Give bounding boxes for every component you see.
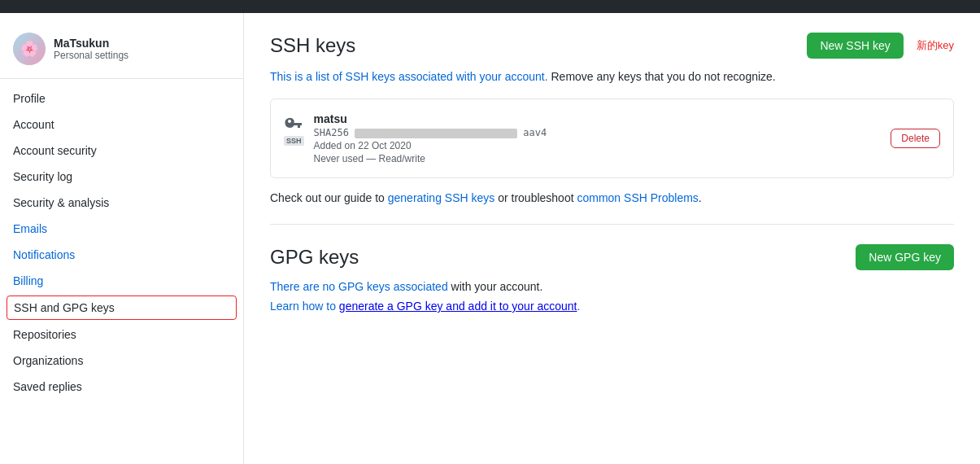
- key-sha: SHA256 aav4: [314, 127, 882, 138]
- key-details: matsu SHA256 aav4 Added on 22 Oct 2020 N…: [314, 112, 882, 164]
- sidebar-user-info: MaTsukun Personal settings: [54, 37, 128, 61]
- sidebar-item-security-log[interactable]: Security log: [0, 164, 243, 190]
- section-divider: [270, 224, 954, 225]
- ssh-badge: SSH: [284, 136, 304, 146]
- ssh-info-text: This is a list of SSH keys associated wi…: [270, 68, 954, 85]
- guide-link-troubleshoot[interactable]: common SSH Problems: [577, 191, 698, 204]
- ssh-section-header: SSH keys New SSH key 新的key: [270, 33, 954, 59]
- guide-link-generating[interactable]: generating SSH keys: [388, 191, 495, 204]
- sidebar-item-ssh-gpg-keys[interactable]: SSH and GPG keys: [7, 295, 237, 320]
- layout: 🌸 MaTsukun Personal settings Profile Acc…: [0, 13, 980, 464]
- delete-ssh-key-button[interactable]: Delete: [891, 129, 940, 148]
- ssh-guide-text: Check out our guide to generating SSH ke…: [270, 191, 954, 204]
- sidebar-item-repositories[interactable]: Repositories: [0, 322, 243, 348]
- sidebar-username: MaTsukun: [54, 37, 128, 50]
- avatar: 🌸: [13, 33, 46, 65]
- sidebar-item-billing[interactable]: Billing: [0, 268, 243, 294]
- ssh-key-card: SSH matsu SHA256 aav4 Added on 22 Oct 20…: [270, 98, 954, 178]
- gpg-no-keys-text: There are no GPG keys associated with yo…: [270, 280, 954, 293]
- guide-text-3: .: [699, 191, 702, 204]
- guide-text-2: or troubleshoot: [494, 191, 577, 204]
- key-icon: [284, 112, 303, 134]
- ssh-annotation: 新的key: [917, 38, 954, 53]
- guide-text-1: Check out our guide to: [270, 191, 388, 204]
- sidebar-item-account[interactable]: Account: [0, 112, 243, 138]
- gpg-no-keys-2: with your account.: [451, 280, 543, 293]
- ssh-info-text-1: This is a list of SSH keys associated wi…: [270, 70, 548, 83]
- sidebar-item-security-analysis[interactable]: Security & analysis: [0, 190, 243, 216]
- sidebar: 🌸 MaTsukun Personal settings Profile Acc…: [0, 13, 244, 464]
- sidebar-subtitle: Personal settings: [54, 50, 128, 61]
- key-usage: Never used — Read/write: [314, 153, 882, 164]
- sidebar-item-profile[interactable]: Profile: [0, 85, 243, 112]
- gpg-no-keys-1: There are no GPG keys associated: [270, 280, 451, 293]
- avatar-image: 🌸: [13, 33, 46, 65]
- sidebar-item-emails[interactable]: Emails: [0, 216, 243, 242]
- top-bar: [0, 0, 980, 13]
- key-date: Added on 22 Oct 2020: [314, 140, 882, 151]
- sidebar-item-organizations[interactable]: Organizations: [0, 348, 243, 374]
- key-icon-wrapper: SSH: [284, 112, 304, 146]
- gpg-learn-1: Learn how to: [270, 300, 339, 313]
- key-name: matsu: [314, 112, 882, 125]
- gpg-section-title: GPG keys: [270, 246, 359, 269]
- new-ssh-key-button[interactable]: New SSH key: [807, 33, 903, 59]
- sidebar-item-saved-replies[interactable]: Saved replies: [0, 374, 243, 400]
- new-gpg-key-button[interactable]: New GPG key: [856, 244, 954, 270]
- main-content: SSH keys New SSH key 新的key This is a lis…: [244, 13, 980, 464]
- ssh-section-title: SSH keys: [270, 34, 355, 57]
- gpg-learn-2: .: [577, 300, 580, 313]
- ssh-info-text-2: Remove any keys that you do not recogniz…: [551, 70, 775, 83]
- sha-prefix: SHA256: [314, 127, 349, 138]
- sidebar-item-notifications[interactable]: Notifications: [0, 242, 243, 268]
- gpg-learn-link[interactable]: generate a GPG key and add it to your ac…: [339, 300, 577, 313]
- sidebar-user-section: 🌸 MaTsukun Personal settings: [0, 26, 243, 79]
- sidebar-item-account-security[interactable]: Account security: [0, 138, 243, 164]
- sha-blurred: [355, 129, 517, 138]
- sidebar-nav: Profile Account Account security Securit…: [0, 85, 243, 400]
- gpg-section-header: GPG keys New GPG key: [270, 244, 954, 270]
- sha-suffix: aav4: [523, 127, 547, 138]
- gpg-learn-text: Learn how to generate a GPG key and add …: [270, 300, 954, 313]
